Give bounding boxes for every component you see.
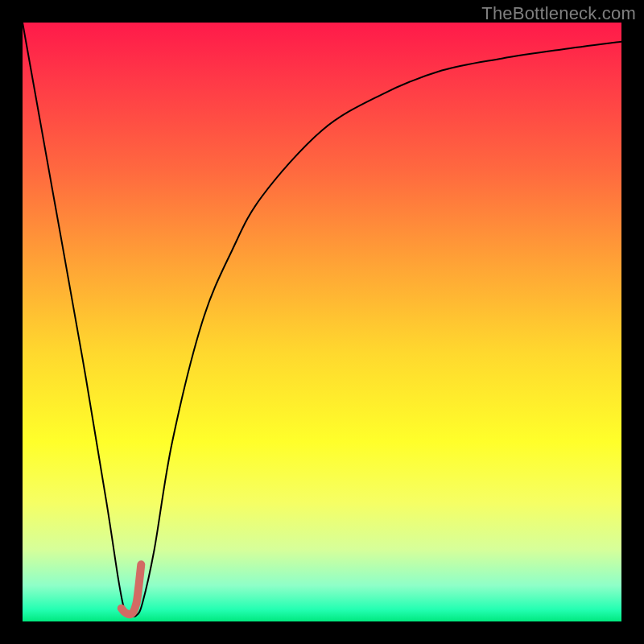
plot-svg [23,23,621,621]
bottleneck-curve-path [23,23,621,617]
chart-frame: TheBottleneck.com [0,0,644,644]
highlight-segment-path [122,564,142,614]
watermark-text: TheBottleneck.com [481,3,636,24]
plot-background [23,23,621,621]
